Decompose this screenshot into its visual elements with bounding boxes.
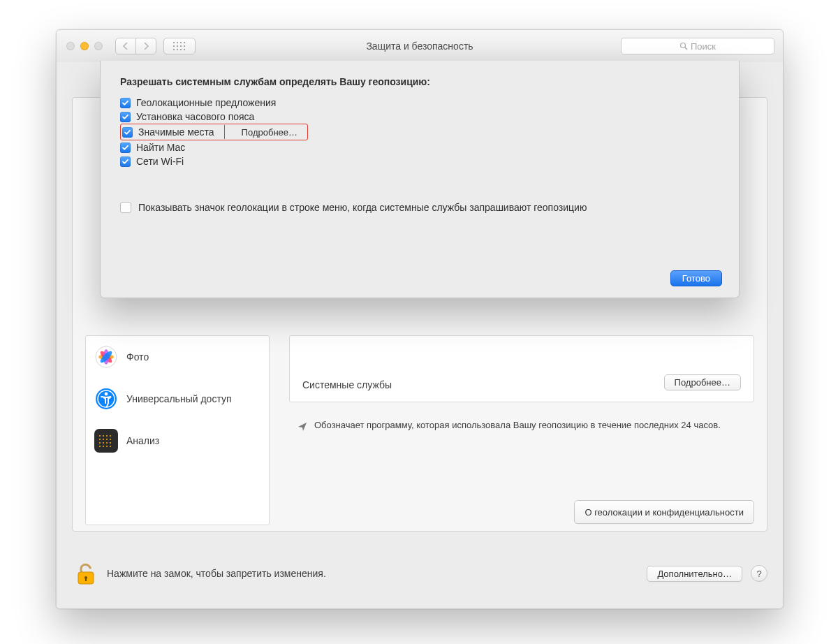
sidebar-item-label: Универсальный доступ	[126, 393, 232, 404]
svg-point-18	[99, 442, 101, 444]
search-placeholder: Поиск	[691, 41, 716, 52]
service-row: Геолокационные предложения	[120, 96, 719, 110]
help-icon: ?	[756, 569, 761, 579]
svg-point-22	[99, 446, 101, 447]
svg-point-12	[106, 435, 108, 437]
sidebar-item-label: Анализ	[126, 435, 159, 446]
search-input[interactable]: Поиск	[621, 38, 774, 54]
service-checkbox[interactable]	[120, 112, 131, 122]
svg-point-19	[103, 442, 104, 444]
show-menu-icon-checkbox[interactable]	[120, 202, 131, 213]
nav-buttons	[115, 38, 156, 54]
forward-button[interactable]	[136, 38, 156, 54]
search-icon	[679, 42, 688, 50]
lock-bar: Нажмите на замок, чтобы запретить измене…	[72, 551, 767, 596]
service-checkbox[interactable]	[120, 142, 131, 153]
svg-point-24	[106, 446, 108, 447]
location-arrow-icon	[297, 422, 307, 435]
accessibility-icon	[94, 387, 118, 411]
service-row: Установка часового пояса	[120, 110, 719, 124]
sidebar-item-accessibility[interactable]: Универсальный доступ	[86, 378, 269, 420]
lock-icon[interactable]	[72, 559, 100, 587]
analytics-icon	[94, 429, 118, 453]
about-location-privacy-button[interactable]: О геолокации и конфиденциальности	[574, 500, 754, 524]
service-row: Сети Wi-Fi	[120, 154, 719, 168]
titlebar: Защита и безопасность Поиск	[57, 30, 783, 63]
service-details-button[interactable]: Подробнее…	[235, 126, 307, 138]
minimize-button[interactable]	[80, 42, 89, 50]
photos-icon	[94, 345, 118, 369]
advanced-button[interactable]: Дополнительно…	[647, 566, 742, 582]
service-checkbox[interactable]	[122, 127, 133, 138]
service-label: Найти Mac	[136, 142, 185, 153]
service-label: Сети Wi-Fi	[136, 156, 184, 167]
privacy-sidebar: Фото Универсальный доступ	[85, 335, 270, 525]
prefs-window: Защита и безопасность Поиск	[56, 29, 784, 609]
svg-rect-29	[85, 578, 87, 581]
svg-point-20	[106, 442, 108, 444]
svg-point-0	[680, 43, 685, 48]
lock-text: Нажмите на замок, чтобы запретить измене…	[107, 568, 647, 579]
traffic-lights	[57, 42, 103, 50]
show-all-button[interactable]	[163, 38, 196, 54]
svg-point-21	[110, 442, 111, 444]
service-label: Установка часового пояса	[136, 111, 254, 122]
system-services-details-button[interactable]: Подробнее…	[664, 374, 741, 390]
svg-line-1	[685, 47, 687, 50]
service-checkbox[interactable]	[120, 156, 131, 167]
svg-point-23	[103, 446, 104, 447]
service-row: Найти Mac	[120, 140, 719, 154]
svg-point-17	[110, 439, 111, 440]
zoom-button[interactable]	[94, 42, 103, 50]
svg-point-16	[106, 439, 108, 440]
service-label: Значимые места	[138, 126, 214, 138]
sidebar-item-photos[interactable]: Фото	[86, 336, 269, 378]
svg-point-15	[103, 439, 104, 440]
service-checkbox[interactable]	[120, 98, 131, 108]
service-label: Геолокационные предложения	[136, 97, 276, 108]
service-row: Значимые местаПодробнее…	[120, 124, 308, 140]
show-menu-icon-label: Показывать значок геолокации в строке ме…	[138, 202, 587, 213]
back-button[interactable]	[115, 38, 136, 54]
system-services-label: Системные службы	[302, 379, 392, 390]
close-button[interactable]	[66, 42, 75, 50]
grid-icon	[173, 42, 186, 50]
help-button[interactable]: ?	[751, 565, 767, 582]
svg-point-25	[110, 446, 111, 447]
done-button[interactable]: Готово	[670, 270, 722, 286]
svg-point-11	[103, 435, 104, 437]
sidebar-item-label: Фото	[126, 351, 149, 363]
sidebar-item-analytics[interactable]: Анализ	[86, 420, 269, 462]
highlight-separator	[224, 125, 225, 139]
system-services-row: Системные службы Подробнее…	[289, 335, 754, 402]
location-indicator-note: Обозначает программу, которая использова…	[289, 412, 754, 461]
svg-point-14	[99, 439, 101, 440]
show-menu-icon-row: Показывать значок геолокации в строке ме…	[120, 202, 719, 213]
system-services-sheet: Разрешать системным службам определять В…	[100, 61, 740, 298]
svg-point-9	[105, 393, 108, 396]
location-indicator-text: Обозначает программу, которая использова…	[314, 420, 721, 430]
svg-point-10	[99, 435, 101, 437]
svg-point-13	[110, 435, 111, 437]
sheet-heading: Разрешать системным службам определять В…	[120, 76, 719, 87]
